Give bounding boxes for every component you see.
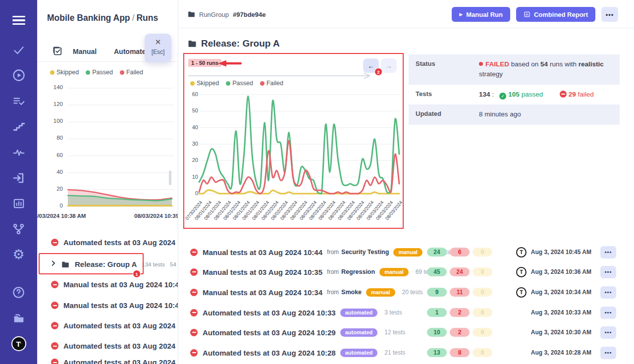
avatar[interactable]: T bbox=[516, 287, 527, 298]
passed-pill: 45 bbox=[427, 267, 447, 276]
run-tests-count: 3 tests bbox=[384, 309, 402, 316]
esc-overlay[interactable]: ✕ [Esc] bbox=[145, 34, 171, 62]
git-branch-icon[interactable] bbox=[0, 222, 37, 236]
run-title: Automated tests at 03 Aug 2024 10:29 bbox=[203, 328, 336, 337]
run-label: Manual tests at 03 Aug 2024 10:43 bbox=[63, 280, 178, 289]
failed-pill: 8 bbox=[450, 348, 470, 357]
run-type-badge: automated bbox=[340, 309, 378, 317]
run-more-button[interactable]: ••• bbox=[600, 347, 616, 359]
from-label: from bbox=[327, 289, 339, 296]
failed-pill: 11 bbox=[450, 288, 470, 297]
failed-pill: 2 bbox=[450, 328, 470, 337]
run-source[interactable]: Regression bbox=[341, 268, 375, 275]
skipped-pill: 0 bbox=[473, 308, 492, 317]
run-list-item[interactable]: Automated tests at 03 Aug 2024 10 bbox=[37, 232, 178, 253]
run-list-item[interactable]: Automated tests at 03 Aug 2024 10 bbox=[37, 315, 178, 336]
annotation-arrow-left-icon bbox=[217, 59, 243, 69]
run-title: Manual tests at 03 Aug 2024 10:34 bbox=[203, 288, 322, 297]
hamburger-menu-icon[interactable] bbox=[0, 12, 37, 28]
failed-pill: 6 bbox=[450, 248, 470, 257]
legend-dot-icon bbox=[86, 70, 90, 75]
legend-label: Skipped bbox=[197, 80, 219, 87]
run-more-button[interactable]: ••• bbox=[600, 266, 616, 278]
chevron-right-icon[interactable] bbox=[50, 260, 57, 269]
check-icon[interactable] bbox=[0, 44, 37, 56]
annotation-box-2-chart: 1 - 50 runs ← → 2 SkippedPassedFailed 01… bbox=[183, 53, 404, 229]
failed-minus-icon bbox=[190, 268, 198, 276]
y-tick-label: 40 bbox=[186, 124, 198, 130]
run-row[interactable]: Manual tests at 03 Aug 2024 10:34fromSmo… bbox=[183, 282, 623, 302]
folders-icon[interactable] bbox=[0, 311, 37, 324]
main-chart-legend: SkippedPassedFailed bbox=[190, 80, 283, 87]
tab-manual[interactable]: Manual bbox=[73, 48, 97, 55]
list-check-icon[interactable] bbox=[0, 95, 37, 107]
legend-item: Passed bbox=[226, 80, 253, 87]
sign-in-icon[interactable] bbox=[0, 171, 37, 185]
folder-icon bbox=[61, 260, 70, 269]
help-circle-icon[interactable] bbox=[0, 286, 37, 299]
result-pills: 9110 bbox=[427, 288, 492, 297]
run-label: Automated tests at 03 Aug 2024 10 bbox=[63, 342, 178, 350]
group-label: Release: Group A bbox=[75, 260, 137, 268]
run-label: Manual tests at 03 Aug 2024 10:42 bbox=[63, 301, 178, 310]
run-more-button[interactable]: ••• bbox=[600, 307, 616, 319]
run-row[interactable]: Manual tests at 03 Aug 2024 10:44fromSec… bbox=[183, 242, 623, 262]
avatar[interactable]: T bbox=[516, 267, 527, 277]
legend-label: Passed bbox=[92, 69, 113, 76]
project-title[interactable]: Mobile Banking App bbox=[47, 13, 130, 23]
run-type-badge: automated bbox=[340, 328, 378, 337]
failed-minus-icon bbox=[51, 281, 58, 288]
group-meta-runs: 54 r bbox=[170, 261, 178, 267]
run-title: Automated tests at 03 Aug 2024 10:33 bbox=[203, 309, 336, 317]
runs-range-label: 1 - 50 runs bbox=[188, 59, 221, 67]
bar-chart-icon[interactable] bbox=[0, 197, 37, 210]
avatar-letter: T bbox=[520, 249, 523, 255]
run-group-item[interactable]: Release: Group A134 tests54 r bbox=[37, 254, 178, 274]
run-row[interactable]: Manual tests at 03 Aug 2024 10:35fromReg… bbox=[183, 262, 623, 282]
run-more-button[interactable]: ••• bbox=[600, 246, 616, 259]
run-source[interactable]: Smoke bbox=[341, 289, 362, 296]
passed-pill: 24 bbox=[427, 248, 447, 257]
steps-icon[interactable] bbox=[0, 120, 37, 133]
failed-minus-icon bbox=[190, 249, 198, 256]
run-row[interactable]: Automated tests at 03 Aug 2024 10:28auto… bbox=[183, 343, 623, 363]
result-pills: 1380 bbox=[427, 348, 492, 357]
from-label: from bbox=[327, 249, 339, 256]
skipped-pill: 0 bbox=[473, 248, 492, 257]
logo-t-icon[interactable]: T' bbox=[0, 336, 37, 352]
legend-item: Passed bbox=[86, 69, 113, 76]
annotation-badge-2: 2 bbox=[374, 68, 382, 76]
run-label: Automated tests at 03 Aug 2024 1 bbox=[63, 358, 178, 364]
scrollbar-thumb[interactable] bbox=[169, 170, 171, 185]
run-type-badge: manual bbox=[379, 268, 409, 276]
run-title: Automated tests at 03 Aug 2024 10:28 bbox=[203, 349, 336, 357]
legend-dot-icon bbox=[260, 81, 264, 86]
failed-minus-icon bbox=[51, 239, 58, 246]
run-list-item[interactable]: Automated tests at 03 Aug 2024 1 bbox=[37, 352, 178, 364]
run-list-item[interactable]: Manual tests at 03 Aug 2024 10:42 bbox=[37, 295, 178, 315]
passed-pill: 10 bbox=[427, 328, 447, 337]
next-runs-button[interactable]: → bbox=[381, 58, 397, 73]
play-circle-icon[interactable] bbox=[0, 68, 37, 82]
activity-pulse-icon[interactable] bbox=[0, 146, 37, 159]
mini-chart-svg bbox=[37, 84, 178, 212]
run-row[interactable]: Automated tests at 03 Aug 2024 10:33auto… bbox=[183, 303, 623, 322]
run-more-button[interactable]: ••• bbox=[600, 326, 616, 339]
avatar[interactable]: T bbox=[516, 247, 527, 258]
gear-icon[interactable]: ⚙ bbox=[0, 247, 37, 262]
legend-label: Failed bbox=[266, 80, 283, 87]
failed-pill: 24 bbox=[450, 267, 470, 276]
failed-minus-icon bbox=[190, 289, 198, 296]
run-title: Manual tests at 03 Aug 2024 10:44 bbox=[203, 248, 322, 257]
result-pills: 2460 bbox=[427, 248, 492, 257]
run-tests-count: 12 tests bbox=[384, 329, 405, 336]
passed-pill: 9 bbox=[427, 288, 447, 297]
run-list-item[interactable]: Manual tests at 03 Aug 2024 10:43 bbox=[37, 274, 178, 295]
checklist-icon[interactable] bbox=[52, 46, 63, 58]
close-icon[interactable]: ✕ bbox=[145, 38, 171, 47]
run-more-button[interactable]: ••• bbox=[600, 286, 616, 299]
run-source[interactable]: Security Testing bbox=[341, 249, 389, 256]
y-tick-label: 30 bbox=[186, 141, 198, 147]
group-meta-tests: 134 tests bbox=[142, 261, 165, 267]
run-row[interactable]: Automated tests at 03 Aug 2024 10:29auto… bbox=[183, 322, 623, 342]
